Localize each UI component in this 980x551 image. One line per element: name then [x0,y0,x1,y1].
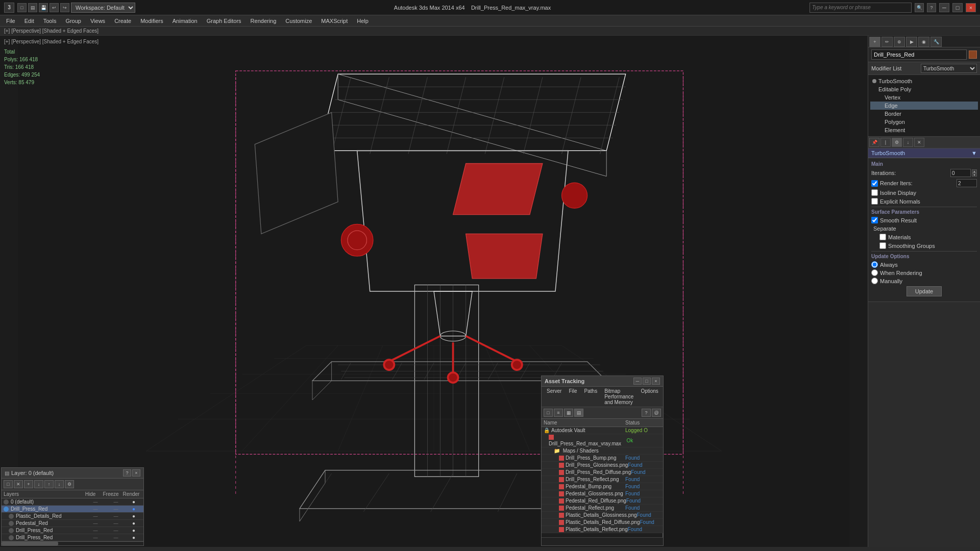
rpanel-tab-display[interactable]: ◉ [918,37,929,47]
at-row-plast-diff[interactable]: Plastic_Details_Red_Diffuse.png Found [542,519,663,526]
at-row-ped-refl[interactable]: Pedestal_Reflect.png Found [542,505,663,512]
layers-help-btn[interactable]: ? [123,469,131,477]
layers-move-down-btn[interactable]: ↓ [55,480,64,488]
rpanel-tab-hierarchy[interactable]: ⊕ [894,37,905,47]
layers-new-btn[interactable]: □ [4,480,13,488]
menu-tools[interactable]: Tools [39,15,61,26]
smoothing-groups-checkbox[interactable] [879,242,886,249]
update-always-radio[interactable] [871,261,878,268]
modifier-list-dropdown[interactable]: TurboSmooth [921,64,977,73]
close-button[interactable]: × [966,3,976,12]
object-color-swatch[interactable] [969,51,977,59]
mod-tb-delete[interactable]: ✕ [914,138,924,147]
modifier-vertex[interactable]: Vertex [870,93,978,102]
at-minimize-btn[interactable]: ─ [633,378,642,385]
object-name-input[interactable] [871,49,967,60]
modifier-turbosmooth[interactable]: TurboSmooth [870,77,978,85]
menu-file[interactable]: File [2,15,19,26]
modifier-edge[interactable]: Edge [870,102,978,110]
at-maximize-btn[interactable]: □ [643,378,651,385]
mod-tb-active[interactable]: ⚙ [892,138,902,147]
rpanel-tab-create[interactable]: + [869,37,880,47]
iterations-input[interactable] [950,169,971,177]
menu-rendering[interactable]: Rendering [247,15,281,26]
materials-checkbox[interactable] [879,234,886,240]
at-tb-btn2[interactable]: ≡ [554,409,563,417]
at-scrollbar[interactable] [542,533,663,537]
menu-customize[interactable]: Customize [281,15,316,26]
explicit-normals-checkbox[interactable] [871,198,878,205]
menu-graph-editors[interactable]: Graph Editors [203,15,246,26]
layers-select-btn[interactable]: ↓ [34,480,43,488]
layer-row-3[interactable]: Pedestal_Red — — ● [2,520,143,527]
layer-row-4[interactable]: Drill_Press_Red — — ● [2,527,143,534]
undo-icon[interactable]: ↩ [50,3,59,12]
mod-tb-pipe[interactable]: | [880,138,891,147]
at-row-vault[interactable]: 🔒 Autodesk Vault Logged O [542,427,663,434]
at-row-plast-gloss[interactable]: Plastic_Details_Glossiness.png Found [542,512,663,519]
iterations-down-btn[interactable]: ▼ [972,173,977,177]
at-row-reflect[interactable]: Drill_Press_Reflect.png Found [542,476,663,483]
menu-maxscript[interactable]: MAXScript [317,15,352,26]
at-menu-file[interactable]: File [566,388,580,406]
isoline-checkbox[interactable] [871,189,878,196]
layer-row-5[interactable]: Drill_Press_Red — — ● [2,534,143,541]
layers-move-up-btn[interactable]: ↑ [44,480,54,488]
layers-add-btn[interactable]: + [24,480,33,488]
at-tb-btn1[interactable]: □ [544,409,553,417]
at-hscroll[interactable] [542,533,663,537]
at-tb-btn3[interactable]: ▦ [564,409,573,417]
minimize-button[interactable]: ─ [939,3,949,12]
new-icon[interactable]: □ [17,3,27,12]
at-settings-btn[interactable]: @ [652,409,661,417]
at-menu-options[interactable]: Options [638,388,661,406]
menu-help[interactable]: Help [353,15,373,26]
search-button[interactable]: 🔍 [915,3,924,12]
layers-delete-btn[interactable]: ✕ [14,480,23,488]
at-row-ped-bump[interactable]: Pedestal_Bump.png Found [542,483,663,490]
update-manually-radio[interactable] [871,278,878,284]
save-icon[interactable]: 💾 [39,3,48,12]
at-row-plast-refl[interactable]: Plastic_Details_Reflect.png Found [542,526,663,533]
menu-group[interactable]: Group [61,15,85,26]
update-button[interactable]: Update [906,286,942,296]
menu-create[interactable]: Create [110,15,135,26]
at-menu-server[interactable]: Server [544,388,565,406]
rpanel-tab-modify[interactable]: ✏ [881,37,893,47]
modifier-element[interactable]: Element [870,126,978,134]
at-row-diffuse[interactable]: Drill_Press_Red_Diffuse.png Found [542,469,663,476]
viewport[interactable]: [+] [Perspective] [Shaded + Edged Faces]… [0,36,868,547]
menu-edit[interactable]: Edit [20,15,38,26]
at-help-btn[interactable]: ? [642,409,651,417]
mod-tb-arrow[interactable]: ↓ [903,138,913,147]
at-row-maps[interactable]: 📁 Maps / Shaders [542,447,663,455]
layer-row-0[interactable]: 0 (default) — — ● [2,498,143,506]
at-tb-btn4[interactable]: ▤ [574,409,583,417]
render-iters-input[interactable] [957,179,977,187]
modifier-polygon[interactable]: Polygon [870,118,978,126]
at-row-ped-gloss[interactable]: Pedestal_Glossiness.png Found [542,490,663,497]
menu-animation[interactable]: Animation [168,15,202,26]
mod-tb-pin[interactable]: 📌 [869,138,879,147]
redo-icon[interactable]: ↪ [60,3,69,12]
modifier-editable-poly[interactable]: Editable Poly [870,85,978,93]
at-menu-paths[interactable]: Paths [581,388,601,406]
workspace-dropdown[interactable]: Workspace: Default [71,3,135,13]
at-close-btn[interactable]: × [652,378,660,385]
rpanel-tab-utilities[interactable]: 🔧 [930,37,942,47]
layers-scrollbar[interactable] [2,541,143,545]
smooth-result-checkbox[interactable] [871,217,878,223]
iterations-up-btn[interactable]: ▲ [972,169,977,173]
menu-modifiers[interactable]: Modifiers [136,15,167,26]
render-iters-checkbox[interactable] [871,180,878,187]
menu-views[interactable]: Views [86,15,109,26]
modifier-border[interactable]: Border [870,110,978,118]
layers-close-btn[interactable]: × [132,469,140,477]
search-input[interactable] [810,3,912,13]
at-menu-bitmap[interactable]: Bitmap Performance and Memory [601,388,636,406]
at-row-bump[interactable]: Drill_Press_Bump.png Found [542,455,663,462]
at-row-max[interactable]: Drill_Press_Red_max_vray.max Ok [542,434,663,447]
update-rendering-radio[interactable] [871,269,878,276]
layer-row-1[interactable]: Drill_Press_Red — — ● [2,506,143,513]
at-row-gloss[interactable]: Drill_Press_Glossiness.png Found [542,462,663,469]
